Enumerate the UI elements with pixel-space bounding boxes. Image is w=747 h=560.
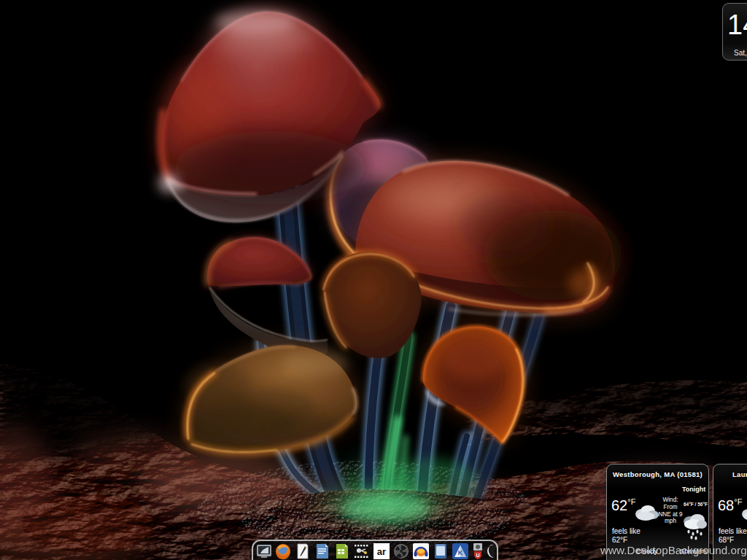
svg-text:ar: ar xyxy=(377,546,386,557)
svg-text:U: U xyxy=(476,553,479,558)
svg-text:K: K xyxy=(458,549,463,556)
